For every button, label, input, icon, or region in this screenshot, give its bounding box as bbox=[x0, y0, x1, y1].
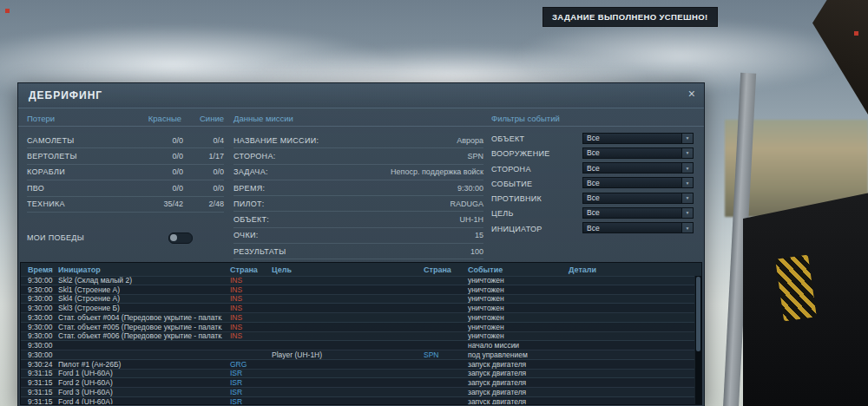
filter-dropdown[interactable]: Все ▼ bbox=[582, 207, 694, 219]
mission-label: НАЗВАНИЕ МИССИИ: bbox=[233, 136, 319, 145]
event-cell-time: 9:30:00 bbox=[21, 331, 56, 340]
event-cell-event: начало миссии bbox=[465, 341, 566, 350]
event-row[interactable]: 9:30:00Стат. объект #004 (Передовое укры… bbox=[21, 313, 695, 323]
event-cell-initiator_country: INS bbox=[222, 313, 266, 322]
events-rows: 9:30:00Skl2 (Склад малый 2)INSуничтожен9… bbox=[21, 276, 695, 404]
event-cell-event: уничтожен bbox=[465, 285, 566, 294]
filter-row: ВООРУЖЕНИЕ Все ▼ bbox=[491, 146, 694, 160]
events-column-header: Страна bbox=[420, 265, 465, 274]
event-row[interactable]: 9:31:15Ford 2 (UH-60A)ISRзапуск двигател… bbox=[21, 378, 695, 388]
event-cell-time: 9:30:00 bbox=[21, 276, 56, 285]
filter-dropdown[interactable]: Все ▼ bbox=[582, 133, 694, 144]
filter-row: СОБЫТИЕ Все ▼ bbox=[491, 176, 694, 191]
filter-dropdown[interactable]: Все ▼ bbox=[582, 147, 694, 159]
event-cell-initiator_country: ISR bbox=[222, 369, 266, 377]
events-scrollbar[interactable] bbox=[694, 276, 701, 404]
event-cell-time: 9:30:00 bbox=[21, 285, 56, 294]
mission-label: СТОРОНА: bbox=[233, 152, 276, 160]
mission-label: ПИЛОТ: bbox=[233, 200, 265, 208]
filter-dropdown[interactable]: Все ▼ bbox=[582, 193, 694, 204]
event-cell-event: уничтожен bbox=[465, 276, 566, 285]
event-cell-event: запуск двигателя bbox=[465, 397, 566, 404]
loss-row: ПВО 0/0 0/0 bbox=[27, 180, 224, 196]
mission-section-title: Данные миссии bbox=[233, 114, 293, 123]
event-cell-initiator: Стат. объект #004 (Передовое укрытие - п… bbox=[56, 313, 222, 322]
event-cell-event: запуск двигателя bbox=[465, 388, 566, 396]
mission-value: RADUGA bbox=[450, 200, 483, 208]
loss-label: САМОЛЕТЫ bbox=[27, 136, 138, 145]
event-cell-target_country: SPN bbox=[420, 350, 465, 359]
mission-row: ОЧКИ: 15 bbox=[233, 228, 483, 244]
event-cell-event: под управлением bbox=[465, 350, 566, 359]
event-cell-initiator: Ford 2 (UH-60A) bbox=[56, 378, 222, 387]
loss-blue-value: 0/0 bbox=[183, 184, 224, 193]
loss-row: ТЕХНИКА 35/42 2/48 bbox=[27, 197, 224, 213]
event-row[interactable]: 9:30:00Skl1 (Строение А)INSуничтожен bbox=[21, 285, 695, 295]
chevron-down-icon: ▼ bbox=[681, 223, 693, 232]
mission-status-banner: ЗАДАНИЕ ВЫПОЛНЕНО УСПЕШНО! bbox=[542, 7, 718, 27]
events-column-header: Событие bbox=[465, 265, 566, 274]
chevron-down-icon: ▼ bbox=[681, 193, 693, 203]
event-row[interactable]: 9:30:00Skl2 (Склад малый 2)INSуничтожен bbox=[21, 276, 695, 285]
event-cell-time: 9:30:24 bbox=[21, 360, 56, 369]
dialog-title: ДЕБРИФИНГ bbox=[29, 89, 102, 102]
events-column-header: Детали bbox=[566, 265, 701, 274]
filter-dropdown-value: Все bbox=[583, 208, 681, 217]
my-victories-toggle[interactable] bbox=[168, 232, 193, 244]
event-row[interactable]: 9:31:15Ford 4 (UH-60A)ISRзапуск двигател… bbox=[21, 397, 695, 404]
filter-row: ПРОТИВНИК Все ▼ bbox=[491, 191, 694, 206]
event-cell-event: запуск двигателя bbox=[465, 369, 566, 377]
event-cell-event: уничтожен bbox=[465, 331, 566, 340]
filter-dropdown[interactable]: Все ▼ bbox=[582, 177, 694, 188]
scrollbar-thumb[interactable] bbox=[696, 277, 700, 351]
my-victories-label: МОИ ПОБЕДЫ bbox=[27, 233, 84, 242]
filter-label: ВООРУЖЕНИЕ bbox=[491, 149, 550, 158]
filter-dropdown[interactable]: Все ▼ bbox=[582, 222, 694, 233]
events-column-header: Инициатор bbox=[56, 265, 222, 274]
event-row[interactable]: 9:30:24Пилот #1 (Ан-26Б)GRGзапуск двигат… bbox=[21, 360, 695, 370]
loss-row: КОРАБЛИ 0/0 0/0 bbox=[27, 165, 224, 180]
event-row[interactable]: 9:31:15Ford 1 (UH-60A)ISRзапуск двигател… bbox=[21, 370, 695, 379]
loss-blue-value: 0/0 bbox=[183, 167, 224, 176]
screen: ЗАДАНИЕ ВЫПОЛНЕНО УСПЕШНО! ДЕБРИФИНГ × П… bbox=[0, 0, 868, 406]
filter-row: ОБЪЕКТ Все ▼ bbox=[491, 131, 694, 146]
mission-label: ОБЪЕКТ: bbox=[233, 215, 269, 224]
event-cell-initiator: Skl2 (Склад малый 2) bbox=[56, 276, 222, 285]
mission-value: UH-1H bbox=[459, 215, 483, 224]
events-column-header: Цель bbox=[266, 265, 420, 274]
event-row[interactable]: 9:30:00Стат. объект #006 (Передовое укры… bbox=[21, 332, 695, 342]
filter-label: ОБЪЕКТ bbox=[491, 134, 524, 143]
filter-row: СТОРОНА Все ▼ bbox=[491, 161, 694, 176]
filters-section-title: Фильтры событий bbox=[491, 114, 560, 123]
event-row[interactable]: 9:30:00Player (UH-1H)SPNпод управлением bbox=[21, 350, 695, 360]
close-icon[interactable]: × bbox=[688, 87, 695, 101]
event-cell-time: 9:31:15 bbox=[21, 388, 56, 396]
mission-label: ВРЕМЯ: bbox=[233, 184, 265, 193]
chevron-down-icon: ▼ bbox=[681, 178, 693, 187]
losses-section-title: Потери bbox=[27, 114, 55, 123]
loss-red-value: 35/42 bbox=[138, 200, 183, 208]
loss-row: ВЕРТОЛЕТЫ 0/0 1/17 bbox=[27, 148, 224, 164]
event-cell-event: запуск двигателя bbox=[465, 360, 566, 369]
event-row[interactable]: 9:30:00Skl4 (Строение А)INSуничтожен bbox=[21, 295, 695, 304]
event-cell-time: 9:30:00 bbox=[21, 350, 56, 359]
loss-blue-value: 1/17 bbox=[183, 152, 224, 160]
event-cell-initiator_country: INS bbox=[222, 323, 266, 331]
mission-row: ВРЕМЯ: 9:30:00 bbox=[233, 180, 483, 196]
event-cell-initiator: Стат. объект #006 (Передовое укрытие - п… bbox=[56, 331, 222, 340]
loss-red-value: 0/0 bbox=[138, 167, 183, 176]
filter-dropdown[interactable]: Все ▼ bbox=[582, 162, 694, 174]
mission-rows: НАЗВАНИЕ МИССИИ: Аврора СТОРОНА: SPN ЗАД… bbox=[233, 133, 483, 259]
cockpit-canopy-frame bbox=[812, 0, 868, 115]
event-cell-event: запуск двигателя bbox=[465, 378, 566, 387]
filter-row: ЦЕЛЬ Все ▼ bbox=[491, 206, 694, 220]
mission-row: СТОРОНА: SPN bbox=[233, 148, 483, 164]
mission-label: РЕЗУЛЬТАТЫ bbox=[233, 247, 286, 256]
event-row[interactable]: 9:30:00Skl3 (Строение Б)INSуничтожен bbox=[21, 304, 695, 313]
loss-red-value: 0/0 bbox=[138, 136, 183, 145]
event-row[interactable]: 9:31:15Ford 3 (UH-60A)ISRзапуск двигател… bbox=[21, 388, 695, 397]
event-row[interactable]: 9:30:00начало миссии bbox=[21, 341, 695, 350]
event-cell-time: 9:31:15 bbox=[21, 369, 56, 377]
event-row[interactable]: 9:30:00Стат. объект #005 (Передовое укры… bbox=[21, 323, 695, 332]
event-cell-initiator_country: INS bbox=[222, 276, 266, 285]
